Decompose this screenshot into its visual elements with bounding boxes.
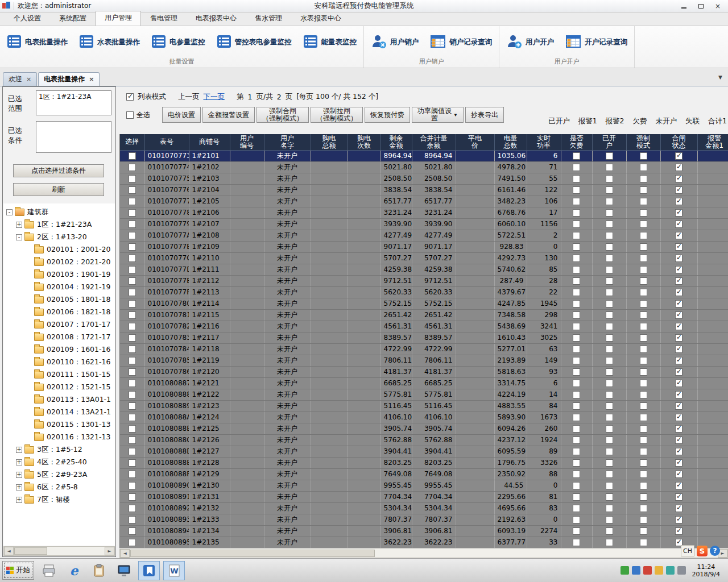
closed-checkbox[interactable] — [675, 289, 682, 296]
tree-item[interactable]: +5区：2#9-23A — [3, 468, 115, 481]
tree-item[interactable]: 020101：2001-20 — [3, 243, 115, 256]
tree-item[interactable]: 020114：13A21-1 — [3, 406, 115, 418]
arrears-checkbox[interactable] — [573, 221, 580, 228]
select-checkbox[interactable] — [129, 357, 136, 364]
forced-checkbox[interactable] — [640, 380, 647, 387]
next-page-link[interactable]: 下一页 — [204, 92, 225, 102]
closed-checkbox[interactable] — [675, 198, 682, 205]
arrears-checkbox[interactable] — [573, 516, 580, 523]
table-row[interactable]: 010107077F1#2113未开户5620.335620.334379.67… — [120, 286, 728, 298]
opened-checkbox[interactable] — [606, 221, 613, 228]
maximize-button[interactable] — [693, 1, 709, 11]
forced-checkbox[interactable] — [640, 164, 647, 171]
closed-checkbox[interactable] — [675, 482, 682, 489]
forced-checkbox[interactable] — [640, 346, 647, 353]
opened-checkbox[interactable] — [606, 448, 613, 455]
expand-icon[interactable]: + — [16, 472, 22, 478]
forced-checkbox[interactable] — [640, 334, 647, 342]
opened-checkbox[interactable] — [606, 380, 613, 387]
arrears-checkbox[interactable] — [573, 527, 580, 535]
select-checkbox[interactable] — [129, 391, 136, 398]
arrears-checkbox[interactable] — [573, 357, 580, 364]
forced-checkbox[interactable] — [640, 311, 647, 319]
opened-checkbox[interactable] — [606, 198, 613, 205]
collapse-icon[interactable]: - — [16, 234, 22, 240]
table-row[interactable]: 01010707851#2119未开户7806.117806.112193.89… — [120, 355, 728, 366]
opened-checkbox[interactable] — [606, 505, 613, 512]
forced-checkbox[interactable] — [640, 209, 647, 217]
forced-checkbox[interactable] — [640, 186, 647, 194]
arrears-checkbox[interactable] — [573, 425, 580, 433]
opened-checkbox[interactable] — [606, 323, 613, 330]
forced-checkbox[interactable] — [640, 436, 647, 444]
forced-checkbox[interactable] — [640, 402, 647, 410]
scrollbar-thumb[interactable] — [130, 550, 375, 557]
menu-tab-personal-settings[interactable]: 个人设置 — [5, 11, 50, 26]
opened-checkbox[interactable] — [606, 175, 613, 182]
opened-checkbox[interactable] — [606, 539, 613, 546]
opened-checkbox[interactable] — [606, 243, 613, 251]
select-checkbox[interactable] — [129, 277, 136, 285]
arrears-checkbox[interactable] — [573, 334, 580, 342]
table-row[interactable]: 01010707771#2105未开户6517.776517.773482.23… — [120, 196, 728, 207]
ribbon-item-meter-batch-operation[interactable]: 电表批量操作 — [5, 32, 70, 52]
select-checkbox[interactable] — [129, 436, 136, 444]
table-row[interactable]: 01010707791#2107未开户3939.903939.906060.10… — [120, 218, 728, 230]
tree-item[interactable]: 020116：1321-13 — [3, 431, 115, 443]
select-all-checkbox[interactable] — [126, 111, 134, 119]
tree-item[interactable]: 020115：1301-13 — [3, 418, 115, 431]
opened-checkbox[interactable] — [606, 289, 613, 296]
refresh-button[interactable]: 刷新 — [13, 183, 104, 196]
arrears-checkbox[interactable] — [573, 414, 580, 421]
energy-app-taskbar-button[interactable] — [138, 561, 160, 580]
menu-tab-meter-report-center[interactable]: 电表报表中心 — [187, 11, 246, 26]
closed-checkbox[interactable] — [675, 209, 682, 217]
arrears-checkbox[interactable] — [573, 493, 580, 501]
opened-checkbox[interactable] — [606, 334, 613, 342]
closed-checkbox[interactable] — [675, 527, 682, 535]
forced-checkbox[interactable] — [640, 516, 647, 523]
table-row[interactable]: 010107077C1#2110未开户5707.275707.274292.73… — [120, 252, 728, 264]
closed-checkbox[interactable] — [675, 425, 682, 433]
closed-checkbox[interactable] — [675, 459, 682, 467]
select-checkbox[interactable] — [129, 255, 136, 262]
ribbon-item-close-record-query[interactable]: 销户记录查询 — [428, 32, 494, 53]
help-icon[interactable]: ? — [710, 546, 720, 556]
tree-item[interactable]: +6区：2#5-8 — [3, 481, 115, 493]
table-row[interactable]: 01010707811#2115未开户2651.422651.427348.58… — [120, 309, 728, 321]
arrears-checkbox[interactable] — [573, 436, 580, 444]
closed-checkbox[interactable] — [675, 323, 682, 330]
forced-checkbox[interactable] — [640, 232, 647, 239]
table-row[interactable]: 010107077D1#2111未开户4259.384259.385740.62… — [120, 264, 728, 275]
arrears-checkbox[interactable] — [573, 368, 580, 376]
tree-item[interactable]: 020109：1601-16 — [3, 343, 115, 356]
opened-checkbox[interactable] — [606, 300, 613, 307]
force-close-switch-button[interactable]: 强制合闸 （强制模式） — [257, 107, 309, 123]
forced-checkbox[interactable] — [640, 175, 647, 182]
arrears-checkbox[interactable] — [573, 459, 580, 467]
menu-tab-system-config[interactable]: 系统配置 — [50, 11, 96, 26]
arrears-checkbox[interactable] — [573, 300, 580, 307]
forced-checkbox[interactable] — [640, 277, 647, 285]
forced-checkbox[interactable] — [640, 368, 647, 376]
close-button[interactable]: × — [710, 1, 726, 11]
forced-checkbox[interactable] — [640, 266, 647, 273]
forced-checkbox[interactable] — [640, 198, 647, 205]
arrears-checkbox[interactable] — [573, 198, 580, 205]
select-checkbox[interactable] — [129, 471, 136, 478]
arrears-checkbox[interactable] — [573, 266, 580, 273]
tree-item[interactable]: 020105：1801-18 — [3, 293, 115, 306]
opened-checkbox[interactable] — [606, 152, 613, 160]
table-row[interactable]: 01010707861#2120未开户4181.374181.375818.63… — [120, 366, 728, 377]
arrears-checkbox[interactable] — [573, 243, 580, 251]
forced-checkbox[interactable] — [640, 482, 647, 489]
table-horizontal-scrollbar[interactable]: ◄ ► — [119, 548, 728, 558]
select-checkbox[interactable] — [129, 243, 136, 251]
arrears-checkbox[interactable] — [573, 186, 580, 194]
ribbon-item-user-account-open[interactable]: 用户开户 — [504, 32, 556, 53]
arrears-checkbox[interactable] — [573, 448, 580, 455]
table-row[interactable]: 010108088B1#2125未开户3905.743905.746094.26… — [120, 423, 728, 434]
select-checkbox[interactable] — [129, 459, 136, 467]
closed-checkbox[interactable] — [675, 243, 682, 251]
forced-checkbox[interactable] — [640, 243, 647, 251]
